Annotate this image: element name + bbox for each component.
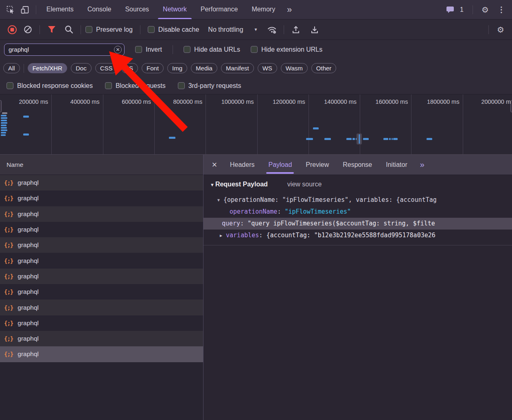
chip-manifest[interactable]: Manifest [221, 63, 254, 73]
tab-elements[interactable]: Elements [39, 0, 81, 19]
request-row[interactable]: {;}graphql [0, 237, 203, 253]
request-row[interactable]: {;}graphql [0, 315, 203, 331]
network-overview-timeline[interactable]: 200000 ms400000 ms600000 ms800000 ms1000… [0, 94, 512, 155]
chip-all[interactable]: All [3, 63, 20, 73]
filter-input[interactable] [4, 44, 125, 56]
network-toolbar-right: ⚙ [484, 23, 508, 37]
blocked-requests-checkbox[interactable]: Blocked requests [105, 82, 166, 90]
chip-doc[interactable]: Doc [71, 63, 92, 73]
timeline-tick-label: 1600000 ms [360, 98, 408, 105]
network-settings-gear-icon[interactable]: ⚙ [493, 23, 508, 37]
operation-name-line[interactable]: operationName: "ipFlowTimeseries" [203, 206, 512, 218]
json-key: variables [226, 232, 259, 239]
chip-ws[interactable]: WS [258, 63, 277, 73]
device-toolbar-icon[interactable] [18, 3, 33, 17]
request-row[interactable]: {;}graphql [0, 206, 203, 222]
network-conditions-icon[interactable] [265, 23, 279, 37]
tab-memory[interactable]: Memory [245, 0, 282, 19]
tab-network[interactable]: Network [156, 0, 194, 19]
details-tab-response[interactable]: Response [336, 155, 379, 175]
checkbox-box[interactable] [7, 82, 13, 89]
json-request-icon: {;} [4, 335, 13, 342]
request-row[interactable]: {;}graphql [0, 175, 203, 190]
clear-filter-icon[interactable]: ✕ [114, 46, 122, 53]
toolbar-divider [81, 25, 81, 34]
tab-performance[interactable]: Performance [194, 0, 245, 19]
kebab-menu-icon[interactable]: ⋮ [494, 3, 509, 17]
chip-fetch-xhr[interactable]: Fetch/XHR [28, 63, 67, 73]
chip-js[interactable]: JS [121, 63, 138, 73]
issues-message-icon[interactable] [443, 3, 457, 17]
invert-checkbox-box[interactable] [135, 46, 142, 53]
waterfall-bar [389, 138, 391, 140]
hide-data-urls-checkbox[interactable]: Hide data URLs [184, 46, 240, 53]
chip-css[interactable]: CSS [95, 63, 118, 73]
timeline-tick-label: 200000 ms [0, 98, 48, 105]
chip-other[interactable]: Other [311, 63, 337, 73]
chip-wasm[interactable]: Wasm [281, 63, 308, 73]
chip-img[interactable]: Img [167, 63, 187, 73]
checkbox-box[interactable] [105, 82, 112, 89]
query-line-selected[interactable]: query: "query ipFlowTimeseries($accountT… [203, 218, 512, 230]
more-details-tabs-icon[interactable]: » [420, 160, 424, 169]
waterfall-bar [1, 125, 7, 126]
name-column-header[interactable]: Name [0, 155, 203, 175]
view-source-link[interactable]: view source [287, 181, 322, 188]
waterfall-bar [2, 112, 7, 114]
details-tab-headers[interactable]: Headers [223, 155, 261, 175]
tab-sources[interactable]: Sources [118, 0, 156, 19]
details-tab-initiator[interactable]: Initiator [379, 155, 414, 175]
throttling-dropdown[interactable]: No throttling ▼ [208, 26, 258, 33]
collapse-triangle-icon[interactable]: ▼ [210, 182, 214, 187]
close-details-icon[interactable]: × [206, 155, 223, 175]
import-har-icon[interactable] [307, 23, 322, 37]
tree-expand-icon[interactable]: ▼ [217, 194, 220, 206]
disable-cache-checkbox[interactable]: Disable cache [148, 26, 199, 33]
clear-network-log-icon[interactable] [20, 23, 35, 37]
timeline-tick-label: 800000 ms [154, 98, 202, 105]
preserve-log-checkbox[interactable]: Preserve log [85, 26, 133, 33]
tree-expand-icon[interactable]: ▶ [220, 230, 222, 241]
request-row[interactable]: {;}graphql [0, 346, 203, 362]
invert-checkbox[interactable]: Invert [135, 46, 162, 53]
preserve-log-checkbox-box[interactable] [85, 26, 92, 33]
json-request-icon: {;} [4, 211, 13, 217]
request-row[interactable]: {;}graphql [0, 253, 203, 268]
payload-preview-line[interactable]: ▼{operationName: "ipFlowTimeseries", var… [203, 194, 512, 206]
tab-console[interactable]: Console [81, 0, 118, 19]
blocked-response-cookies-checkbox[interactable]: Blocked response cookies [7, 82, 93, 90]
filter-funnel-icon[interactable] [44, 23, 59, 37]
variables-line[interactable]: ▶variables: {accountTag: "b12e3b2192ee55… [203, 230, 512, 241]
more-panels-icon[interactable]: » [282, 3, 297, 17]
details-tab-payload[interactable]: Payload [261, 155, 299, 175]
request-row[interactable]: {;}graphql [0, 284, 203, 300]
timeline-tick-label: 1200000 ms [257, 98, 305, 105]
hide-extension-urls-checkbox-box[interactable] [251, 46, 258, 53]
hide-extension-urls-checkbox[interactable]: Hide extension URLs [251, 46, 322, 53]
chip-media[interactable]: Media [191, 63, 217, 73]
waterfall-bar [313, 127, 319, 129]
export-har-icon[interactable] [289, 23, 303, 37]
json-request-icon: {;} [4, 226, 13, 233]
json-request-icon: {;} [4, 195, 13, 201]
request-row[interactable]: {;}graphql [0, 300, 203, 315]
issues-count[interactable]: 1 [460, 6, 464, 13]
3rd-party-requests-checkbox[interactable]: 3rd-party requests [178, 82, 241, 90]
checkbox-box[interactable] [178, 82, 185, 89]
request-row[interactable]: {;}graphql [0, 269, 203, 284]
request-payload-header: ▼ Request Payload view source [210, 181, 512, 188]
devtools-tabbar: ElementsConsoleSourcesNetworkPerformance… [0, 0, 512, 20]
request-row[interactable]: {;}graphql [0, 222, 203, 237]
disable-cache-checkbox-box[interactable] [148, 26, 155, 33]
request-row[interactable]: {;}graphql [0, 190, 203, 206]
inspect-element-icon[interactable] [3, 3, 18, 17]
chip-font[interactable]: Font [142, 63, 164, 73]
record-network-log-button[interactable] [8, 25, 17, 34]
details-tab-preview[interactable]: Preview [299, 155, 336, 175]
search-icon[interactable] [61, 23, 76, 37]
toolbar-divider [140, 25, 140, 34]
settings-gear-icon[interactable]: ⚙ [478, 3, 492, 17]
hide-data-urls-checkbox-box[interactable] [184, 46, 190, 53]
toolbar-divider [473, 5, 473, 14]
request-row[interactable]: {;}graphql [0, 331, 203, 346]
